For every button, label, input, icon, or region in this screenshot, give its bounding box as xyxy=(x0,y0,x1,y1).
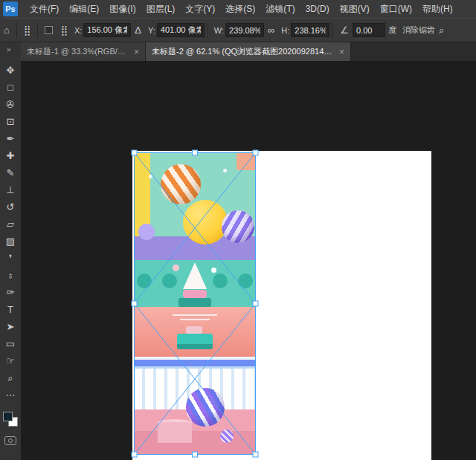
gradient-tool[interactable]: ▨ xyxy=(0,233,21,250)
height-label: H: xyxy=(281,26,289,35)
options-divider xyxy=(16,23,17,38)
menu-item-view[interactable]: 视图(V) xyxy=(335,0,375,18)
x-label: X: xyxy=(74,26,82,35)
foreground-color-swatch[interactable] xyxy=(3,412,13,421)
pen-tool[interactable]: ✑ xyxy=(0,284,21,301)
menu-item-image[interactable]: 图像(I) xyxy=(104,0,141,18)
transform-handle-top-right[interactable] xyxy=(253,150,258,155)
transform-handle-bottom-right[interactable] xyxy=(253,452,258,457)
transform-handle-top-left[interactable] xyxy=(132,150,137,155)
delta-icon[interactable]: Δ xyxy=(135,25,141,35)
menu-item-3d[interactable]: 3D(D) xyxy=(300,0,335,18)
search-icon[interactable]: ⌕ xyxy=(439,25,444,35)
lasso-tool[interactable]: ✇ xyxy=(0,96,21,113)
history-brush-tool[interactable]: ↺ xyxy=(0,198,21,216)
relative-position-checkbox[interactable] xyxy=(45,26,53,34)
brush-tool[interactable]: ✎ xyxy=(0,164,21,181)
clone-stamp-tool[interactable]: ⊥ xyxy=(0,181,21,198)
menu-bar: Ps 文件(F) 编辑(E) 图像(I) 图层(L) 文字(Y) 选择(S) 滤… xyxy=(0,0,476,18)
angle-unit-label: 度 xyxy=(388,25,396,36)
transform-handle-bottom-left[interactable] xyxy=(132,452,137,457)
menu-item-edit[interactable]: 编辑(E) xyxy=(64,0,104,18)
quick-mask-icon[interactable] xyxy=(4,436,16,445)
color-swatches[interactable] xyxy=(0,409,21,433)
tab-label: 未标题-1 @ 33.3%(RGB/8#) xyxy=(27,46,129,57)
options-bar: ⌂ ⣿ ⣿ X: Δ Y: W: ∞ H: ∠ 度 消除锯齿 ⌕ xyxy=(0,18,476,42)
x-input[interactable] xyxy=(83,23,131,37)
height-input[interactable] xyxy=(291,23,329,37)
tools-panel: » ✥ □ ✇ ⊡ ✒ ✚ ✎ ⊥ ↺ ▱ ▨ ❜ ♁ ✑ T ➤ ▭ ☞ ⌕ … xyxy=(0,42,21,460)
tab-untitled-2[interactable]: 未标题-2 @ 62.1% (QQ浏览器截图20200928145207, RG… xyxy=(146,42,351,61)
transform-handle-mid-left[interactable] xyxy=(132,301,137,306)
type-tool[interactable]: T xyxy=(0,301,21,318)
crop-tool[interactable]: ⊡ xyxy=(0,113,21,130)
options-divider xyxy=(208,23,208,38)
photoshop-logo: Ps xyxy=(3,1,18,16)
link-dimensions-icon[interactable]: ∞ xyxy=(268,25,274,35)
transform-bounding-box[interactable] xyxy=(135,153,256,455)
tab-close-icon[interactable]: × xyxy=(134,47,139,57)
move-tool[interactable]: ✥ xyxy=(0,62,21,79)
dodge-tool[interactable]: ♁ xyxy=(0,267,21,284)
more-tools-icon[interactable]: ⋯ xyxy=(0,386,21,404)
hand-tool[interactable]: ☞ xyxy=(0,352,21,369)
menu-item-select[interactable]: 选择(S) xyxy=(220,0,260,18)
tab-close-icon[interactable]: × xyxy=(339,47,344,57)
blur-tool[interactable]: ❜ xyxy=(0,250,21,267)
tab-untitled-1[interactable]: 未标题-1 @ 33.3%(RGB/8#) × xyxy=(21,42,146,61)
rectangle-shape-tool[interactable]: ▭ xyxy=(0,335,21,352)
collapse-panel-icon[interactable]: » xyxy=(0,42,11,57)
options-divider xyxy=(332,23,333,38)
transform-overlay[interactable] xyxy=(0,0,476,460)
y-input[interactable] xyxy=(157,23,205,37)
width-label: W: xyxy=(214,26,224,35)
eyedropper-tool[interactable]: ✒ xyxy=(0,130,21,147)
y-label: Y: xyxy=(148,26,155,35)
transform-handle-top-center[interactable] xyxy=(193,150,198,155)
menu-item-window[interactable]: 窗口(W) xyxy=(375,0,417,18)
angle-icon: ∠ xyxy=(340,25,349,35)
menu-item-filter[interactable]: 滤镜(T) xyxy=(260,0,300,18)
menu-item-type[interactable]: 文字(Y) xyxy=(180,0,220,18)
dots-grid-icon[interactable]: ⣿ xyxy=(60,25,68,35)
transform-handle-bottom-center[interactable] xyxy=(193,452,198,457)
reference-point-grid-icon[interactable]: ⣿ xyxy=(24,25,31,35)
menu-item-file[interactable]: 文件(F) xyxy=(25,0,64,18)
spot-healing-brush-tool[interactable]: ✚ xyxy=(0,147,21,164)
menu-item-layer[interactable]: 图层(L) xyxy=(141,0,181,18)
zoom-tool[interactable]: ⌕ xyxy=(0,369,21,386)
tab-label: 未标题-2 @ 62.1% (QQ浏览器截图20200928145207, RG… xyxy=(152,46,334,57)
eraser-tool[interactable]: ▱ xyxy=(0,216,21,233)
angle-input[interactable] xyxy=(353,23,385,37)
width-input[interactable] xyxy=(225,23,264,37)
rectangular-marquee-tool[interactable]: □ xyxy=(0,79,21,96)
path-selection-tool[interactable]: ➤ xyxy=(0,318,21,335)
antialias-label[interactable]: 消除锯齿 xyxy=(402,25,435,36)
home-icon[interactable]: ⌂ xyxy=(4,25,10,35)
transform-handle-mid-right[interactable] xyxy=(253,301,258,306)
options-divider xyxy=(37,23,38,38)
menu-item-help[interactable]: 帮助(H) xyxy=(417,0,458,18)
document-tab-bar: 未标题-1 @ 33.3%(RGB/8#) × 未标题-2 @ 62.1% (Q… xyxy=(21,42,476,61)
